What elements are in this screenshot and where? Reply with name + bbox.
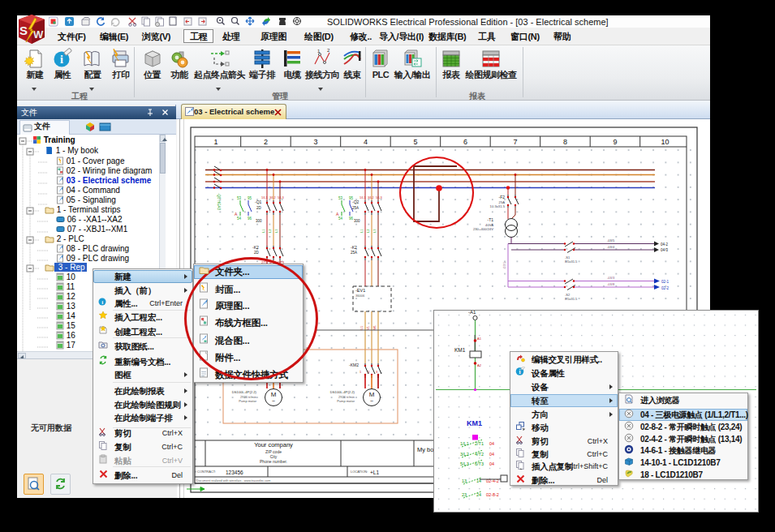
svg-text:36006: 36006: [355, 294, 365, 298]
svg-text:L3: L3: [274, 229, 278, 233]
svg-text:2: 2: [264, 138, 268, 146]
svg-text:2D: 2D: [256, 206, 262, 210]
svg-text:W: W: [33, 28, 44, 41]
svg-text:L2: L2: [366, 229, 370, 233]
svg-text:53: 53: [237, 196, 242, 200]
svg-text:300: 300: [256, 219, 262, 223]
svg-text:W1: W1: [372, 324, 377, 330]
svg-text:230+400/24V: 230+400/24V: [473, 227, 493, 231]
svg-text:-K2: -K2: [351, 245, 357, 250]
svg-text:-Q1: -Q1: [255, 200, 262, 204]
svg-text:-F2: -F2: [499, 195, 506, 200]
svg-text:CONTRACT:: CONTRACT:: [197, 470, 216, 474]
svg-text:L1: L1: [261, 229, 265, 233]
svg-text:1: 1: [213, 138, 217, 146]
svg-text:-03/4: -03/4: [607, 245, 615, 249]
svg-text:V1: V1: [366, 325, 370, 330]
svg-text:02-2: 02-2: [661, 286, 670, 290]
svg-text:A2: A2: [477, 363, 482, 367]
svg-text:53: 53: [338, 196, 343, 200]
svg-text:A1: A1: [477, 337, 482, 341]
svg-text:Document realized with winrela: Document realized with winrelais - www.t…: [196, 479, 270, 483]
svg-text:54: 54: [338, 217, 343, 221]
svg-text:M: M: [369, 391, 375, 398]
svg-text:04: 04: [489, 461, 494, 466]
svg-text:-K2: -K2: [252, 245, 259, 250]
svg-text:54: 54: [237, 217, 242, 221]
svg-text:-03/3: -03/3: [607, 276, 615, 280]
svg-text:L2: L2: [268, 229, 272, 233]
svg-text:23: 23: [462, 492, 467, 497]
svg-text:U1: U1: [360, 325, 364, 330]
svg-text:i: i: [60, 54, 63, 66]
svg-text:-03/1: -03/1: [502, 261, 506, 269]
svg-text:1/L1: 1/L1: [261, 195, 269, 200]
svg-text:04: 04: [489, 452, 494, 457]
svg-text:LOCATION:: LOCATION:: [351, 470, 368, 474]
svg-text:13: 13: [462, 478, 467, 483]
svg-text:1/L1: 1/L1: [360, 195, 367, 200]
svg-text:~: ~: [370, 398, 373, 404]
svg-text:-Q8 HGA8: -Q8 HGA8: [217, 193, 221, 211]
svg-text:5/L3: 5/L3: [460, 461, 469, 466]
svg-text:04-2: 04-2: [661, 242, 669, 247]
svg-text:04-3: 04-3: [661, 248, 669, 252]
svg-text:02-8-2: 02-8-2: [486, 492, 499, 497]
svg-text:-KM2: -KM2: [349, 363, 359, 367]
svg-text:Phone number.: Phone number.: [260, 459, 287, 464]
svg-text:1/L1: 1/L1: [460, 441, 469, 446]
svg-text:Your company: Your company: [254, 441, 293, 448]
svg-text:~: ~: [272, 398, 275, 404]
svg-text:4: 4: [364, 138, 368, 146]
svg-text:95: 95: [248, 196, 252, 200]
svg-text:02-1: 02-1: [661, 280, 670, 284]
svg-text:L1: L1: [360, 229, 364, 233]
svg-text:-A1: -A1: [468, 311, 476, 315]
svg-text:Pump motor: Pump motor: [239, 399, 256, 403]
svg-text:-03/5: -03/5: [607, 238, 615, 242]
svg-text:i: i: [519, 368, 521, 375]
svg-text:DS100L-4P(2.2): DS100L-4P(2.2): [330, 390, 355, 394]
svg-text:8.5x31.5: 8.5x31.5: [565, 297, 578, 301]
svg-text:123456: 123456: [226, 470, 243, 475]
svg-text:7: 7: [513, 138, 517, 146]
svg-text:9: 9: [613, 138, 617, 146]
svg-text:3/L2: 3/L2: [368, 195, 375, 200]
svg-text:KM1: KM1: [454, 347, 466, 353]
svg-text:6: 6: [463, 138, 467, 146]
svg-text:10.3x31.5: 10.3x31.5: [490, 204, 506, 208]
svg-text:96: 96: [248, 217, 252, 221]
svg-text:8.5x31.5: 8.5x31.5: [565, 260, 578, 264]
svg-text:-T1: -T1: [488, 217, 494, 222]
svg-text:L3: L3: [372, 229, 377, 233]
svg-text:96: 96: [349, 217, 354, 221]
svg-text:8: 8: [563, 138, 567, 146]
svg-text:2: 2: [327, 48, 330, 53]
svg-text:10: 10: [661, 138, 669, 146]
svg-text:KM1: KM1: [467, 419, 482, 427]
svg-text:5/L3: 5/L3: [278, 195, 285, 200]
svg-text:300: 300: [354, 219, 360, 223]
svg-text:25A: 25A: [351, 251, 357, 255]
svg-text:-Q2: -Q2: [352, 200, 360, 204]
svg-text:S: S: [19, 24, 28, 37]
svg-text:DS100L-4P(2.2): DS100L-4P(2.2): [232, 390, 257, 394]
svg-text:5: 5: [413, 138, 417, 146]
svg-text:+L1: +L1: [370, 470, 379, 475]
svg-text:M: M: [271, 391, 277, 398]
svg-text:3/L2: 3/L2: [460, 452, 469, 457]
svg-text:5/L3: 5/L3: [376, 195, 383, 200]
svg-text:-EV1: -EV1: [355, 288, 365, 293]
svg-text:3/L2: 3/L2: [269, 195, 277, 200]
svg-text:Pump motor: Pump motor: [337, 399, 355, 403]
svg-text:3: 3: [313, 138, 317, 146]
svg-text:04: 04: [489, 441, 494, 446]
svg-text:25A: 25A: [352, 206, 359, 210]
svg-text:2D: 2D: [254, 251, 260, 255]
svg-text:-03/8: -03/8: [607, 282, 615, 286]
